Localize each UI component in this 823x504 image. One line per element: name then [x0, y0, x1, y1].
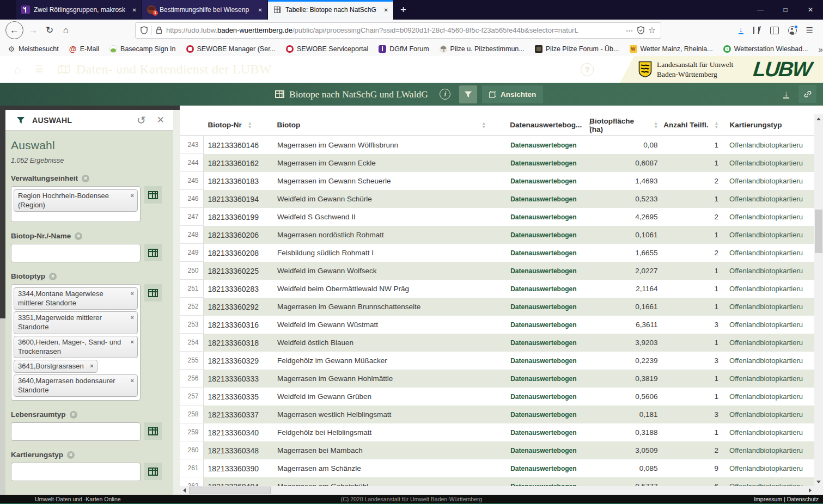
- filter-input-0[interactable]: Region Hochrhein-Bodensee (Region)×: [11, 186, 141, 222]
- bookmarks-overflow-icon[interactable]: »: [819, 45, 822, 54]
- table-row[interactable]: 243182133360146Magerrasen im Gewann Wölf…: [180, 136, 814, 154]
- bookmark-item[interactable]: SEWOBE Serviceportal: [286, 45, 368, 53]
- table-row[interactable]: 251182133360283Weidfeld beim Obermättlew…: [180, 280, 814, 298]
- horizontal-scroll-thumb[interactable]: [189, 487, 271, 494]
- cell-datenauswertebogen-link[interactable]: Datenauswertebogen: [508, 441, 589, 459]
- table-row[interactable]: 259182133360340Feldgehölz bei Helblingsm…: [180, 423, 814, 441]
- filter-input-2[interactable]: 3344,Montane Magerwiese mittlerer Stando…: [11, 284, 141, 401]
- clear-filter-icon[interactable]: ×: [70, 411, 77, 419]
- views-button[interactable]: Ansichten: [482, 85, 543, 103]
- downloads-icon[interactable]: ↓: [739, 26, 743, 34]
- column-header-biotop-nr[interactable]: Biotop-Nr▲▼: [203, 114, 273, 136]
- forward-button[interactable]: →: [25, 22, 41, 39]
- scroll-left-icon[interactable]: [180, 486, 188, 495]
- column-header-datenauswertebogen[interactable]: Datenauswertebog...▲▼: [508, 114, 589, 136]
- library-icon[interactable]: [753, 26, 761, 34]
- sort-icon[interactable]: ▲▼: [654, 121, 658, 129]
- bookmark-item[interactable]: Pilze u. Pilzbestimmun...: [440, 45, 525, 53]
- info-button[interactable]: i: [436, 85, 454, 103]
- value-list-button[interactable]: [144, 284, 162, 302]
- filter-input-1[interactable]: [11, 244, 141, 262]
- cell-datenauswertebogen-link[interactable]: Datenauswertebogen: [508, 459, 589, 477]
- bookmark-item[interactable]: wWetter Mainz, Rheinla...: [630, 45, 713, 53]
- sort-icon[interactable]: ▲▼: [481, 121, 486, 129]
- vertical-scroll-thumb[interactable]: [815, 210, 822, 253]
- cell-datenauswertebogen-link[interactable]: Datenauswertebogen: [508, 405, 589, 423]
- cell-datenauswertebogen-link[interactable]: Datenauswertebogen: [508, 334, 589, 352]
- tab-close-icon[interactable]: ✕: [384, 7, 388, 13]
- cell-datenauswertebogen-link[interactable]: Datenauswertebogen: [508, 280, 589, 298]
- close-sidebar-icon[interactable]: ✕: [157, 114, 164, 126]
- chip-remove-icon[interactable]: ×: [131, 338, 134, 346]
- column-header-kartierungstyp[interactable]: Kartierungstyp: [721, 114, 814, 136]
- chip-remove-icon[interactable]: ×: [90, 362, 93, 370]
- cell-datenauswertebogen-link[interactable]: Datenauswertebogen: [508, 477, 589, 486]
- back-button[interactable]: ←: [5, 21, 23, 39]
- column-header-biotopflaeche[interactable]: Biotopfläche (ha)▲▼: [589, 114, 659, 136]
- page-actions-icon[interactable]: ⋯: [626, 26, 633, 35]
- chip-remove-icon[interactable]: ×: [131, 314, 134, 322]
- cell-datenauswertebogen-link[interactable]: Datenauswertebogen: [508, 136, 589, 154]
- table-row[interactable]: 244182133360162Magerrasen im Gewann Eckl…: [180, 154, 814, 172]
- table-row[interactable]: 262182133360404Magerrasen am GebetsbühlD…: [180, 477, 814, 486]
- cell-datenauswertebogen-link[interactable]: Datenauswertebogen: [508, 298, 589, 316]
- table-row[interactable]: 253182133360316Weidfeld im Gewann Wüstma…: [180, 316, 814, 334]
- sidebar-toggle-icon[interactable]: [770, 27, 779, 34]
- sort-icon[interactable]: ▲▼: [715, 121, 719, 129]
- menu-hamburger-icon[interactable]: ☰: [35, 65, 44, 74]
- table-row[interactable]: 246182133360194Weidfeld im Gewann Schürl…: [180, 190, 814, 208]
- table-row[interactable]: 255182133360329Feldgehölz im Gewann Müßa…: [180, 352, 814, 370]
- cell-datenauswertebogen-link[interactable]: Datenauswertebogen: [508, 190, 589, 208]
- cell-datenauswertebogen-link[interactable]: Datenauswertebogen: [508, 370, 589, 388]
- filter-input-4[interactable]: [11, 463, 141, 481]
- vertical-scrollbar[interactable]: [814, 114, 823, 486]
- bookmark-star-icon[interactable]: ☆: [648, 25, 656, 35]
- scroll-down-icon[interactable]: [814, 477, 823, 486]
- home-button[interactable]: ⌂: [58, 22, 74, 39]
- bookmark-item[interactable]: Basecamp Sign In: [109, 45, 175, 53]
- cell-datenauswertebogen-link[interactable]: Datenauswertebogen: [508, 262, 589, 280]
- minimize-button[interactable]: —: [748, 0, 773, 20]
- scroll-up-icon[interactable]: [814, 114, 823, 123]
- bookmark-item[interactable]: @E-Mail: [69, 45, 99, 53]
- cell-datenauswertebogen-link[interactable]: Datenauswertebogen: [508, 316, 589, 334]
- table-row[interactable]: 248182133360206Magerrasen nordöstlich Ro…: [180, 226, 814, 244]
- close-button[interactable]: ✕: [798, 0, 823, 20]
- new-tab-button[interactable]: +: [394, 0, 413, 20]
- footer-links[interactable]: Impressum | Datenschutz: [754, 496, 819, 502]
- scroll-right-icon[interactable]: [806, 486, 814, 495]
- value-list-button[interactable]: [144, 463, 162, 480]
- filter-input-3[interactable]: [11, 422, 141, 441]
- table-row[interactable]: 245182133360183Magerrasen im Gewann Sche…: [180, 172, 814, 190]
- menu-icon[interactable]: ☰: [806, 26, 813, 35]
- sort-icon[interactable]: ▲▼: [248, 121, 252, 129]
- column-header-biotop[interactable]: Biotop▲▼: [273, 114, 508, 136]
- table-row[interactable]: 257182133360335Weidfeld im Gewann Grüben…: [180, 388, 814, 405]
- maximize-button[interactable]: □: [773, 0, 798, 20]
- table-row[interactable]: 250182133360225Weidfeld im Gewann Wolfse…: [180, 262, 814, 280]
- column-header-anzahl-teilfl[interactable]: Anzahl Teilfl.▲▼: [659, 114, 721, 136]
- bookmark-item[interactable]: Wetterstation Wiesbad...: [723, 45, 808, 53]
- lock-icon[interactable]: [156, 26, 162, 34]
- map-icon[interactable]: [58, 65, 70, 74]
- table-row[interactable]: 247182133360199Weidfeld S Gschwend IIDat…: [180, 208, 814, 226]
- chip-remove-icon[interactable]: ×: [131, 192, 134, 200]
- bookmark-item[interactable]: DGfM Forum: [379, 45, 429, 53]
- table-row[interactable]: 254182133360318Weidfeld östlich BlauenDa…: [180, 334, 814, 352]
- bookmark-item[interactable]: SEWOBE Manager (Ser...: [186, 45, 276, 53]
- browser-tab[interactable]: Tabelle: Biotope nach NatSchG✕: [268, 0, 394, 20]
- clear-filter-icon[interactable]: ×: [82, 175, 89, 182]
- filter-button[interactable]: [459, 85, 477, 103]
- cell-datenauswertebogen-link[interactable]: Datenauswertebogen: [508, 172, 589, 190]
- bookmark-item[interactable]: Pilze Pilze Forum - Üb...: [535, 45, 619, 53]
- browser-tab[interactable]: 1Bestimmungshilfe bei Wiesenp✕: [142, 0, 268, 20]
- value-list-button[interactable]: [144, 186, 162, 204]
- chip-remove-icon[interactable]: ×: [131, 290, 134, 298]
- cell-datenauswertebogen-link[interactable]: Datenauswertebogen: [508, 208, 589, 226]
- table-row[interactable]: 252182133360292Magerrasen im Gewann Brun…: [180, 298, 814, 316]
- url-bar[interactable]: https://udo.lubw.baden-wuerttemberg.de/p…: [135, 22, 661, 39]
- table-row[interactable]: 258182133360337Magerrasen westlich Helbl…: [180, 405, 814, 423]
- table-row[interactable]: 261182133360390Magerrasen am SchänzleDat…: [180, 459, 814, 477]
- account-icon[interactable]: [788, 26, 797, 35]
- browser-tab[interactable]: Zwei Rötlingsgruppen, makrosk✕: [16, 0, 142, 20]
